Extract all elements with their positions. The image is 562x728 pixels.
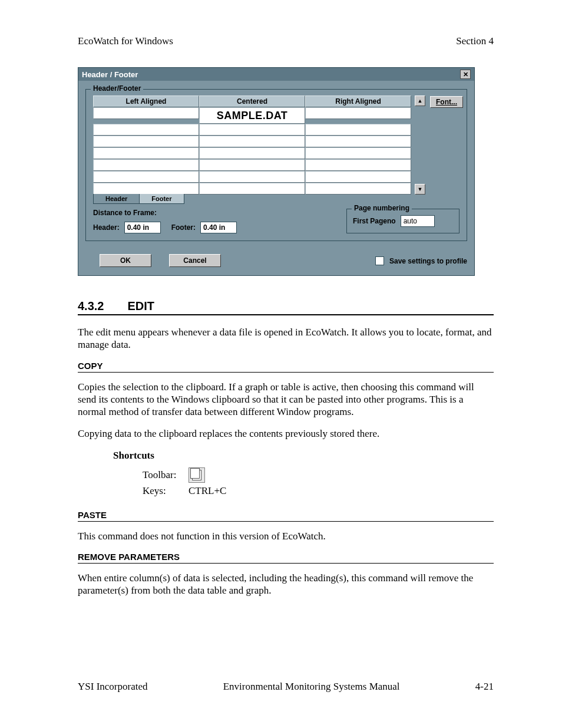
grid-cell[interactable] — [199, 171, 305, 183]
runhead-left: EcoWatch for Windows — [78, 35, 173, 47]
save-settings-checkbox[interactable]: Save settings to profile — [375, 255, 467, 266]
close-icon[interactable]: ✕ — [460, 70, 471, 79]
grid-cell[interactable] — [93, 124, 199, 136]
grid-cell[interactable] — [199, 124, 305, 136]
remove-params-heading: REMOVE PARAMETERS — [78, 552, 494, 564]
shortcuts-title: Shortcuts — [113, 450, 494, 462]
shortcuts-block: Shortcuts Toolbar: Keys: CTRL+C — [113, 450, 494, 497]
grid-cell[interactable] — [305, 171, 411, 183]
grid-cell[interactable] — [93, 147, 199, 159]
cancel-button[interactable]: Cancel — [169, 254, 221, 267]
copy-paragraph-1: Copies the selection to the clipboard. I… — [78, 381, 494, 419]
keys-value: CTRL+C — [189, 485, 226, 497]
header-footer-dialog: Header / Footer ✕ Header/Footer Left Ali… — [78, 67, 475, 276]
grid-cell[interactable] — [93, 171, 199, 183]
page-numbering-legend: Page numbering — [352, 204, 412, 212]
paste-heading: PASTE — [78, 510, 494, 522]
section-title: EDIT — [127, 299, 154, 313]
grid-cell[interactable] — [305, 183, 411, 195]
intro-paragraph: The edit menu appears whenever a data fi… — [78, 326, 494, 351]
footer-distance-label: Footer: — [171, 223, 196, 232]
footer-right: 4-21 — [475, 681, 494, 693]
tab-footer[interactable]: Footer — [139, 194, 184, 204]
col-header-center: Centered — [199, 95, 305, 107]
section-number: 4.3.2 — [78, 299, 104, 313]
grid-cell[interactable] — [93, 107, 199, 119]
font-button[interactable]: Font... — [430, 96, 463, 108]
ok-button[interactable]: OK — [100, 254, 151, 267]
keys-label: Keys: — [143, 485, 180, 497]
header-distance-label: Header: — [93, 223, 120, 232]
grid-cell[interactable] — [199, 147, 305, 159]
page-footer: YSI Incorporated Environmental Monitorin… — [78, 681, 494, 693]
grid-cell[interactable] — [305, 159, 411, 171]
footer-center: Environmental Monitoring Systems Manual — [223, 681, 400, 693]
runhead-right: Section 4 — [456, 35, 494, 47]
grid-cell[interactable] — [93, 159, 199, 171]
copy-paragraph-2: Copying data to the clipboard replaces t… — [78, 427, 494, 440]
grid-cell[interactable] — [199, 159, 305, 171]
col-header-right: Right Aligned — [305, 95, 411, 107]
tab-header[interactable]: Header — [93, 194, 140, 204]
copy-toolbar-icon — [189, 467, 205, 483]
checkbox-icon[interactable] — [375, 256, 384, 265]
group-legend: Header/Footer — [91, 84, 143, 93]
distance-to-frame-group: Distance to Frame: Header: Footer: — [93, 209, 335, 233]
grid-cell[interactable] — [305, 124, 411, 136]
grid-cell[interactable] — [93, 136, 199, 147]
col-header-left: Left Aligned — [93, 95, 199, 107]
grid-cell[interactable] — [199, 136, 305, 147]
dialog-title: Header / Footer — [82, 70, 138, 79]
first-pageno-label: First Pageno — [353, 217, 396, 225]
scroll-down-icon[interactable]: ▼ — [415, 184, 425, 195]
header-footer-grid[interactable]: Left Aligned Centered Right Aligned SAMP… — [93, 95, 411, 204]
header-distance-input[interactable] — [124, 222, 161, 233]
grid-cell[interactable] — [305, 136, 411, 147]
dialog-titlebar: Header / Footer ✕ — [78, 68, 474, 81]
grid-cell[interactable] — [93, 183, 199, 195]
section-heading: 4.3.2 EDIT — [78, 299, 494, 315]
grid-cell[interactable] — [305, 147, 411, 159]
remove-params-paragraph: When entire column(s) of data is selecte… — [78, 572, 494, 597]
distance-label: Distance to Frame: — [93, 209, 335, 217]
toolbar-label: Toolbar: — [143, 469, 180, 481]
footer-distance-input[interactable] — [200, 222, 237, 233]
grid-cell-sample[interactable]: SAMPLE.DAT — [199, 107, 305, 124]
running-header: EcoWatch for Windows Section 4 — [78, 35, 494, 47]
grid-cell[interactable] — [305, 107, 411, 119]
scroll-up-icon[interactable]: ▲ — [415, 95, 425, 106]
footer-left: YSI Incorporated — [78, 681, 148, 693]
paste-paragraph: This command does not function in this v… — [78, 530, 494, 542]
header-footer-group: Header/Footer Left Aligned Centered Righ… — [85, 89, 467, 241]
grid-cell[interactable] — [199, 183, 305, 195]
copy-heading: COPY — [78, 361, 494, 373]
page-numbering-group: Page numbering First Pageno — [346, 209, 459, 233]
first-pageno-input[interactable] — [401, 215, 435, 227]
